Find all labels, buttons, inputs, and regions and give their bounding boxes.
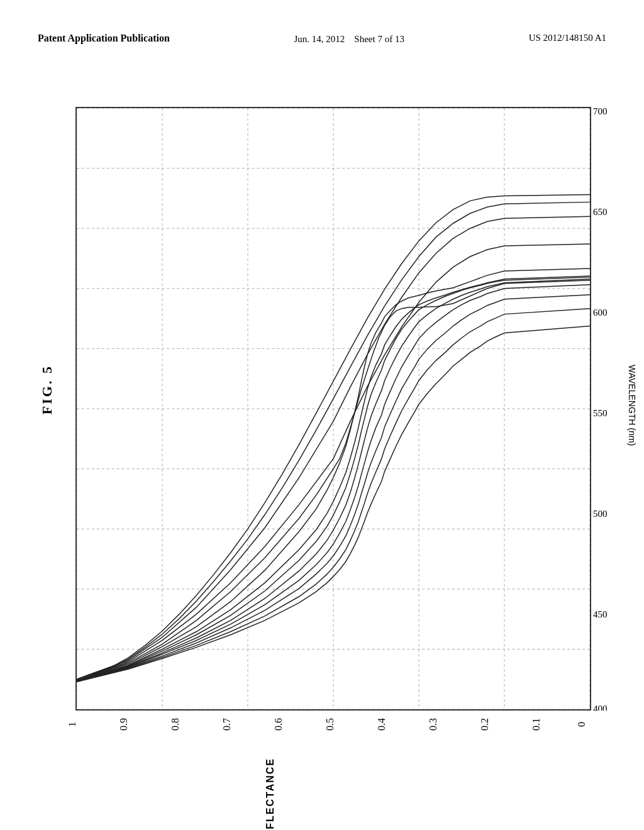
reflectance-axis-label: REFLECTANCE xyxy=(265,758,276,830)
header-patent-number: US 2012/148150 A1 xyxy=(529,31,606,45)
header-sheet: Sheet 7 of 13 xyxy=(354,34,404,44)
header-publication-label: Patent Application Publication xyxy=(38,31,170,45)
y-axis-svg: 1 0.9 0.8 0.7 0.6 0.5 0.4 0.3 0.2 0.1 0 xyxy=(69,711,591,755)
svg-text:400: 400 xyxy=(593,704,608,711)
svg-text:450: 450 xyxy=(593,609,608,619)
svg-text:0.8: 0.8 xyxy=(170,718,180,731)
wavelength-axis-label: WAVELENGTH (nm) xyxy=(626,365,638,446)
page: Patent Application Publication Jun. 14, … xyxy=(0,0,644,830)
header-date: Jun. 14, 2012 xyxy=(294,34,345,44)
svg-text:700: 700 xyxy=(593,107,608,116)
svg-text:0: 0 xyxy=(576,722,587,727)
svg-text:500: 500 xyxy=(593,509,608,519)
svg-text:550: 550 xyxy=(593,408,608,418)
svg-text:0.9: 0.9 xyxy=(118,718,129,731)
svg-text:0.2: 0.2 xyxy=(479,718,490,731)
svg-text:0.7: 0.7 xyxy=(221,718,232,731)
figure-label: FIG. 5 xyxy=(39,365,55,414)
svg-text:0.4: 0.4 xyxy=(376,718,387,731)
header-center: Jun. 14, 2012 Sheet 7 of 13 xyxy=(294,31,404,47)
svg-text:1: 1 xyxy=(69,722,77,727)
svg-text:600: 600 xyxy=(593,307,608,318)
chart-area xyxy=(75,107,591,711)
chart-svg xyxy=(77,108,590,709)
svg-text:0.5: 0.5 xyxy=(325,718,335,731)
header: Patent Application Publication Jun. 14, … xyxy=(38,31,606,47)
svg-text:0.3: 0.3 xyxy=(428,718,438,731)
svg-text:0.1: 0.1 xyxy=(531,718,541,731)
svg-text:650: 650 xyxy=(593,207,608,217)
svg-text:0.6: 0.6 xyxy=(273,718,284,731)
